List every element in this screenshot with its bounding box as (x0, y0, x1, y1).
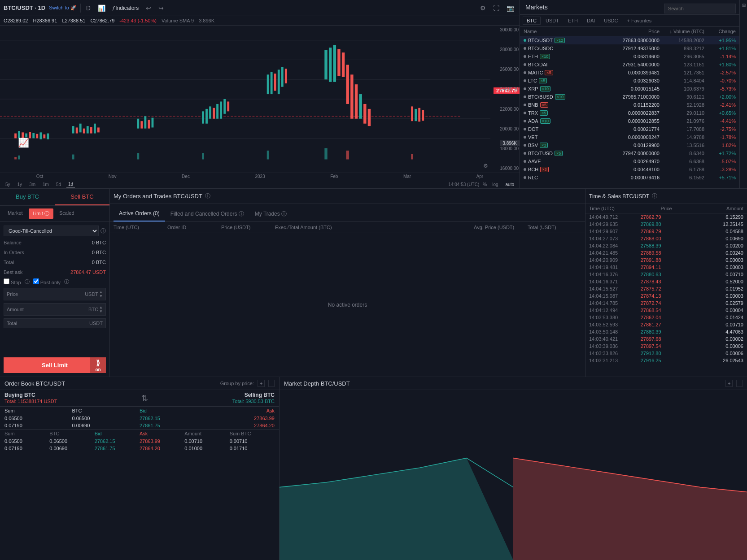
col-avg-price: Avg. Price (USDT) (474, 225, 528, 230)
market-row[interactable]: BCH×3 0.00448100 6.1788 -3.28% (520, 165, 739, 174)
market-tab-usdt[interactable]: USDT (542, 17, 563, 25)
market-row[interactable]: MATIC×5 0.0000393481 121.7361 -2.57% (520, 69, 739, 77)
ob-row[interactable]: 0.06500 0.06500 27862.15 27863.99 (0, 415, 279, 422)
post-only-checkbox[interactable] (33, 278, 39, 284)
buy-tab[interactable]: Buy BTC (0, 189, 55, 205)
period-5y[interactable]: 5y (4, 182, 12, 187)
log-btn[interactable]: log (490, 182, 500, 187)
market-row[interactable]: DOT 0.00021774 17.7088 -2.75% (520, 125, 739, 133)
md-plus-btn[interactable]: + (725, 380, 733, 387)
filled-cancelled-tab[interactable]: Filled and Cancelled Orders ⓘ (165, 208, 249, 221)
market-row[interactable]: XRP×10 0.000015145 100.6379 -5.73% (520, 85, 739, 93)
market-row[interactable]: BTC/TUSD×5 27947.00000000 8.6340 +1.72% (520, 149, 739, 157)
selling-total: Total: 5930.53 BTC (232, 399, 275, 404)
ts-row: 14:04:49.71227862.796.15290 (585, 213, 747, 221)
market-row[interactable]: BTC/USDC 27912.49375000 898.3212 +1.81% (520, 44, 739, 52)
stop-checkbox-label[interactable]: Stop (4, 278, 21, 285)
svg-rect-11 (29, 132, 31, 138)
market-tab-favorites[interactable]: + Favorites (623, 17, 655, 25)
fullscreen-icon[interactable]: ⛶ (491, 4, 501, 13)
stop-checkbox[interactable] (4, 278, 9, 284)
depth-btn[interactable]: ⇅ (141, 393, 148, 403)
ts-info-icon[interactable]: ⓘ (652, 192, 657, 200)
indicators-btn[interactable]: 𝑓 Indicators (111, 4, 140, 12)
order-scaled-tab[interactable]: Scaled (55, 208, 79, 219)
ot-title-bar: My Orders and Trades BTC/USDT ⓘ (110, 189, 585, 204)
svg-rect-55 (411, 106, 413, 121)
price-stepper[interactable]: ▲▼ (99, 290, 103, 298)
order-tif-select[interactable]: Good-Till-Cancelled (4, 226, 99, 236)
market-tab-dai[interactable]: DAI (583, 17, 599, 25)
group-plus-btn[interactable]: + (258, 380, 265, 387)
amount-stepper[interactable]: ▲▼ (99, 305, 103, 313)
col-change: Change (704, 29, 736, 34)
best-ask-row: Best ask 27864.47 USDT (4, 269, 106, 276)
ts-row: 14:04:12.49427868.540.00004 (585, 307, 747, 314)
market-row[interactable]: RLC 0.000079416 6.1592 +5.71% (520, 174, 739, 180)
bar-chart-icon[interactable]: 📊 (96, 4, 107, 13)
cell-btc: 0.00690 (72, 423, 140, 428)
redo-icon[interactable]: ↪ (157, 4, 166, 13)
market-row[interactable]: BSV×3 0.00129900 13.5516 -1.82% (520, 141, 739, 149)
settings-icon[interactable]: ⚙ (478, 4, 488, 13)
sell-tab[interactable]: Sell BTC (55, 189, 109, 205)
market-row[interactable]: VET 0.0000008247 14.9788 -1.78% (520, 133, 739, 141)
ts-col-amount: Amount (692, 206, 743, 211)
svg-rect-56 (415, 109, 417, 121)
my-trades-tab[interactable]: My Trades ⓘ (249, 208, 292, 221)
market-row[interactable]: ETH×10 0.06314600 296.3065 -1.14% (520, 52, 739, 61)
stop-info-icon[interactable]: ⓘ (25, 278, 30, 285)
orders-trades-tabs: Active Orders (0) Filled and Cancelled O… (110, 204, 585, 222)
ob-row[interactable]: 0.07190 0.00690 27861.75 27864.20 (0, 422, 279, 429)
chart-canvas[interactable]: 📈 27862.79 3.896K 30000.00 28000.00 2600… (0, 26, 520, 173)
ob-full-row[interactable]: 0.06500 0.06500 27862.15 27863.99 0.0071… (0, 438, 279, 445)
sell-limit-button[interactable]: Sell Limit ⟫ on (4, 357, 106, 373)
orders-trades-title: My Orders and Trades BTC/USDT (114, 193, 202, 200)
sell-btn-toggle[interactable]: ⟫ on (90, 357, 106, 373)
order-market-tab[interactable]: Market (4, 208, 27, 219)
tif-info-icon[interactable]: ⓘ (100, 227, 106, 235)
selling-title: Selling BTC (245, 392, 275, 398)
grid-icon[interactable]: ⊞ (742, 3, 746, 8)
period-1m[interactable]: 1m (41, 182, 51, 187)
market-row[interactable]: ADA×10 0.0000012855 21.0976 -4.41% (520, 117, 739, 125)
market-row[interactable]: TRX×5 0.0000022837 29.0110 +0.65% (520, 109, 739, 117)
market-tab-eth[interactable]: ETH (564, 17, 582, 25)
orders-trades-info-icon[interactable]: ⓘ (205, 192, 210, 200)
market-row[interactable]: AAVE 0.00264970 6.6368 -5.07% (520, 157, 739, 165)
switch-label[interactable]: Switch to 🚀 (49, 5, 77, 11)
market-row[interactable]: BTC/USDT×12 27863.08000000 14588.2002 +1… (520, 36, 739, 44)
y-axis: 30000.00 28000.00 26000.00 24000.00 2200… (490, 26, 520, 173)
selling-section: Selling BTC Total: 5930.53 BTC (232, 392, 275, 404)
market-row[interactable]: BTC/DAI 27931.54000000 123.1161 +1.80% (520, 61, 739, 69)
chart-settings-icon[interactable]: ⚙ (483, 163, 488, 169)
total-input[interactable] (51, 319, 87, 328)
market-row[interactable]: LTC×5 0.00326030 114.8404 -0.70% (520, 77, 739, 85)
market-tab-btc[interactable]: BTC (523, 17, 541, 25)
period-1d[interactable]: 1d (66, 181, 75, 187)
camera-icon[interactable]: 📷 (505, 4, 516, 13)
d-icon[interactable]: D (84, 4, 92, 13)
y-price-3: 26000.00 (491, 67, 519, 72)
period-1y[interactable]: 1y (16, 182, 24, 187)
period-3m[interactable]: 3m (27, 182, 37, 187)
price-input[interactable] (46, 290, 82, 299)
search-input[interactable] (664, 4, 736, 13)
market-tab-usdc[interactable]: USDC (600, 17, 622, 25)
ob-full-row[interactable]: 0.07190 0.00690 27861.75 27864.20 0.0100… (0, 445, 279, 452)
post-only-checkbox-label[interactable]: Post only (33, 278, 61, 285)
md-minus-btn[interactable]: - (736, 380, 743, 387)
toolbar-separator (80, 4, 81, 13)
active-orders-tab[interactable]: Active Orders (0) (114, 208, 165, 221)
market-row[interactable]: BTC/BUSD×10 27965.71000000 90.6121 +2.00… (520, 93, 739, 101)
amount-input[interactable] (50, 305, 86, 314)
col-bid-buy: Bid (95, 431, 140, 436)
market-name-cell: BTC/USDC (524, 46, 606, 51)
market-row[interactable]: BNB×5 0.01152200 52.1928 -2.41% (520, 101, 739, 109)
order-limit-tab[interactable]: Limit ⓘ (29, 208, 53, 219)
undo-icon[interactable]: ↩ (144, 4, 153, 13)
auto-btn[interactable]: auto (504, 182, 516, 187)
group-minus-btn[interactable]: - (268, 380, 275, 387)
period-5d[interactable]: 5d (54, 182, 63, 187)
post-only-info-icon[interactable]: ⓘ (64, 278, 69, 285)
